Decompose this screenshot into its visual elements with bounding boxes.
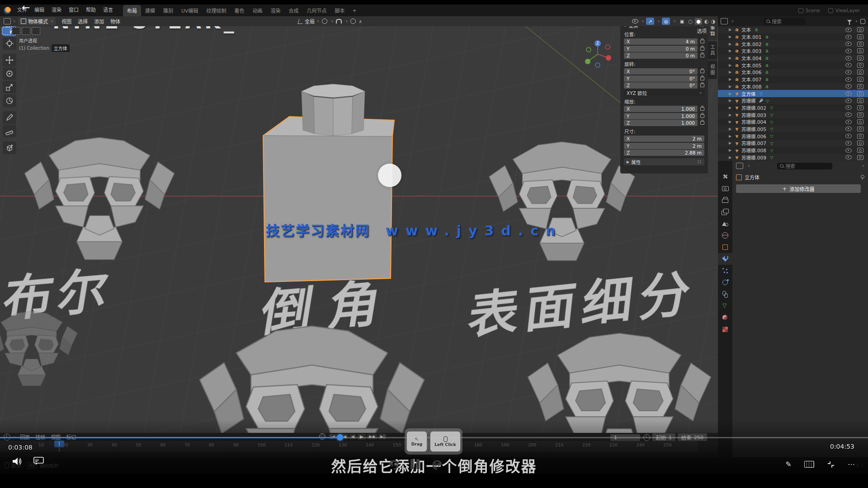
rotation-mode-dropdown[interactable]: XYZ 欧拉 ∨: [624, 89, 704, 96]
expand-chevron-icon[interactable]: ▶: [729, 77, 732, 81]
shading-solid-toggle[interactable]: ●: [695, 18, 702, 25]
jump-to-end-button[interactable]: ▶|: [378, 434, 387, 439]
blender-logo-icon[interactable]: [4, 7, 11, 14]
scene-selector[interactable]: Scene: [798, 8, 820, 13]
select-set-mode-button[interactable]: [2, 27, 10, 35]
properties-tab[interactable]: [718, 300, 732, 312]
disable-in-renders-toggle[interactable]: [857, 148, 863, 153]
dimension-field[interactable]: X 2 m: [624, 136, 704, 142]
location-field[interactable]: X 4 m: [624, 38, 698, 45]
navigation-gizmo[interactable]: Z: [581, 36, 616, 72]
properties-tab[interactable]: [718, 194, 732, 206]
properties-tab[interactable]: [718, 206, 732, 218]
outliner-row[interactable]: ▶ 文本.003: [718, 47, 868, 55]
expand-chevron-icon[interactable]: ▶: [729, 70, 732, 74]
cursor-tool[interactable]: [3, 37, 16, 50]
item-properties-panel-header[interactable]: ▶ 属性: [624, 158, 704, 165]
outliner-row[interactable]: ▶ 苏珊娜: [718, 97, 868, 104]
disable-in-renders-toggle[interactable]: [857, 84, 863, 89]
hide-in-viewport-toggle[interactable]: [845, 127, 852, 131]
sidebar-tab[interactable]: 视图: [708, 61, 717, 79]
disable-in-renders-toggle[interactable]: [857, 34, 863, 39]
disable-in-renders-toggle[interactable]: [857, 155, 863, 160]
outliner-row[interactable]: ▶ 苏珊娜.008: [718, 147, 868, 154]
outliner-row[interactable]: ▶ 文本.004: [718, 55, 868, 62]
expand-chevron-icon[interactable]: ▶: [729, 148, 732, 152]
play-reverse-button[interactable]: ◀: [349, 434, 356, 439]
hide-in-viewport-toggle[interactable]: [845, 49, 852, 53]
hide-in-viewport-toggle[interactable]: [845, 77, 852, 82]
hide-in-viewport-toggle[interactable]: [845, 134, 852, 138]
workspace-tab[interactable]: 纹理绘制: [203, 5, 231, 16]
disable-in-renders-toggle[interactable]: [857, 63, 863, 68]
properties-tab[interactable]: [718, 241, 732, 253]
outliner-row[interactable]: ▶ 苏珊娜.006: [718, 132, 868, 140]
disable-in-renders-toggle[interactable]: [857, 42, 863, 47]
scale-field[interactable]: Z 1.000: [624, 120, 698, 126]
workspace-tab[interactable]: UV编辑: [177, 5, 203, 16]
menu-item[interactable]: 渲染: [48, 5, 65, 16]
disable-in-renders-toggle[interactable]: [857, 48, 863, 53]
workspace-tab[interactable]: 脚本: [331, 5, 349, 16]
outliner-display-mode-icon[interactable]: [721, 18, 728, 24]
shading-rendered-toggle[interactable]: ◑: [711, 19, 715, 24]
disable-in-renders-toggle[interactable]: [857, 141, 863, 145]
hide-in-viewport-toggle[interactable]: [845, 113, 852, 117]
new-collection-icon[interactable]: [860, 19, 865, 24]
proportional-falloff-icon[interactable]: ∧: [359, 19, 362, 24]
hide-in-viewport-toggle[interactable]: [845, 141, 852, 145]
proportional-editing-icon[interactable]: [350, 19, 356, 24]
outliner-row[interactable]: ▶ 文本.001: [718, 33, 868, 41]
expand-chevron-icon[interactable]: ▶: [729, 99, 732, 103]
scale-field[interactable]: Y 1.000: [624, 113, 698, 119]
lock-icon[interactable]: [700, 54, 704, 57]
outliner-row[interactable]: ▶ 苏珊娜.009: [718, 154, 868, 161]
workspace-tab[interactable]: 建模: [141, 5, 159, 16]
lock-icon[interactable]: [700, 47, 704, 51]
measure-tool[interactable]: [3, 125, 16, 137]
subtitles-icon[interactable]: [33, 456, 44, 465]
disable-in-renders-toggle[interactable]: [857, 70, 863, 75]
move-tool[interactable]: [3, 54, 16, 66]
add-cube-tool[interactable]: [3, 141, 16, 154]
outliner-row[interactable]: ▶ 文本: [718, 26, 868, 33]
hide-in-viewport-toggle[interactable]: [845, 155, 852, 160]
workspace-tab[interactable]: 雕刻: [159, 5, 177, 16]
disable-in-renders-toggle[interactable]: [857, 105, 863, 110]
editor-type-icon[interactable]: [4, 18, 11, 24]
outliner-row[interactable]: ▶ 苏珊娜.003: [718, 111, 868, 118]
expand-chevron-icon[interactable]: ▶: [729, 56, 732, 60]
exit-fullscreen-icon[interactable]: [827, 460, 835, 469]
snap-magnet-icon[interactable]: [336, 19, 342, 23]
annotate-tool[interactable]: [3, 111, 16, 124]
hide-in-viewport-toggle[interactable]: [845, 42, 852, 46]
shading-material-toggle[interactable]: ◐: [704, 19, 709, 24]
disable-in-renders-toggle[interactable]: [857, 119, 863, 124]
viewport-menu-item[interactable]: 添加: [91, 18, 107, 25]
select-subtract-mode-button[interactable]: [22, 27, 30, 35]
transform-tool[interactable]: [3, 94, 16, 107]
outliner-row[interactable]: ▶ 苏珊娜.002: [718, 104, 868, 112]
expand-chevron-icon[interactable]: ▶: [729, 28, 732, 32]
select-intersect-mode-button[interactable]: [32, 27, 40, 35]
disable-in-renders-toggle[interactable]: [857, 98, 863, 103]
more-options-icon[interactable]: ⋯: [848, 460, 855, 469]
properties-tab[interactable]: [718, 171, 732, 183]
hide-in-viewport-toggle[interactable]: [845, 91, 852, 96]
hide-in-viewport-toggle[interactable]: [845, 99, 852, 103]
rotation-field[interactable]: X 0°: [624, 68, 698, 75]
shading-wireframe-toggle[interactable]: ○: [689, 19, 693, 24]
mode-dropdown[interactable]: 物体模式 ∨: [18, 17, 56, 25]
disable-in-renders-toggle[interactable]: [857, 91, 863, 96]
outliner-row[interactable]: ▶ 文本.008: [718, 83, 868, 90]
properties-editor-icon[interactable]: [736, 163, 743, 169]
properties-tab[interactable]: [718, 288, 732, 300]
viewlayer-selector[interactable]: ViewLayer: [828, 8, 860, 13]
outliner-row[interactable]: ▶ 立方体: [718, 90, 868, 97]
expand-chevron-icon[interactable]: ▶: [729, 141, 732, 145]
lock-icon[interactable]: [700, 121, 704, 125]
lock-icon[interactable]: [700, 107, 704, 111]
auto-keying-toggle[interactable]: [319, 433, 326, 440]
lock-icon[interactable]: [700, 70, 704, 73]
hide-in-viewport-toggle[interactable]: [845, 35, 852, 39]
